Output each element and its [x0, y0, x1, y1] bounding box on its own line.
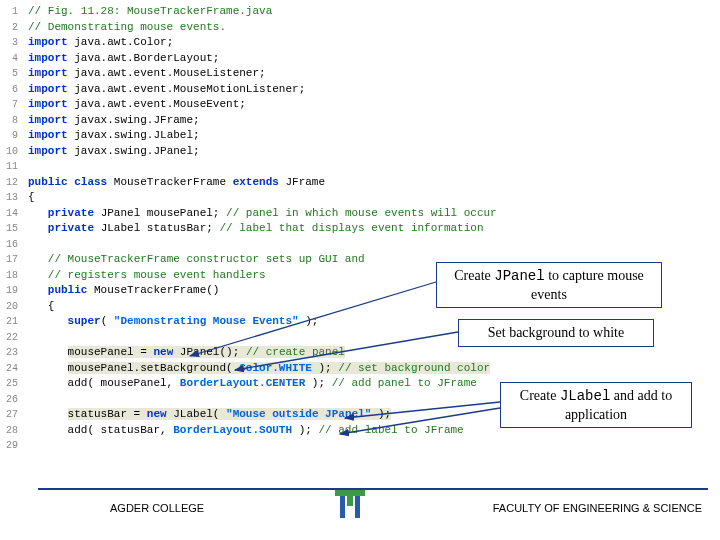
line-number: 2	[0, 20, 28, 36]
line-number: 6	[0, 82, 28, 98]
footer-left-text: AGDER COLLEGE	[110, 502, 204, 514]
line-number: 14	[0, 206, 28, 222]
footer: AGDER COLLEGE FACULTY OF ENGINEERING & S…	[0, 488, 720, 528]
code-content: import java.awt.BorderLayout;	[28, 51, 219, 67]
line-number: 11	[0, 159, 28, 175]
svg-rect-6	[355, 496, 360, 518]
code-line: 23 mousePanel = new JPanel(); // create …	[0, 345, 720, 361]
code-content: import javax.swing.JFrame;	[28, 113, 200, 129]
code-line: 11	[0, 159, 720, 175]
line-number: 13	[0, 190, 28, 206]
line-number: 27	[0, 407, 28, 423]
callout-white: Set background to white	[458, 319, 654, 347]
code-content: private JLabel statusBar; // label that …	[28, 221, 484, 237]
code-line: 9import javax.swing.JLabel;	[0, 128, 720, 144]
code-content: import javax.swing.JPanel;	[28, 144, 200, 160]
line-number: 3	[0, 35, 28, 51]
code-content: import java.awt.event.MouseEvent;	[28, 97, 246, 113]
code-line: 29	[0, 438, 720, 454]
line-number: 1	[0, 4, 28, 20]
footer-divider	[38, 488, 708, 490]
code-line: 6import java.awt.event.MouseMotionListen…	[0, 82, 720, 98]
line-number: 29	[0, 438, 28, 454]
footer-right-text: FACULTY OF ENGINEERING & SCIENCE	[493, 502, 702, 514]
line-number: 19	[0, 283, 28, 299]
code-content: add( mousePanel, BorderLayout.CENTER ); …	[28, 376, 477, 392]
line-number: 12	[0, 175, 28, 191]
svg-rect-4	[335, 490, 365, 496]
svg-rect-7	[347, 496, 353, 506]
code-content: {	[28, 190, 35, 206]
line-number: 8	[0, 113, 28, 129]
logo-icon	[330, 484, 370, 524]
code-line: 10import javax.swing.JPanel;	[0, 144, 720, 160]
code-line: 3import java.awt.Color;	[0, 35, 720, 51]
code-line: 14 private JPanel mousePanel; // panel i…	[0, 206, 720, 222]
callout-jlabel: Create JLabel and add to application	[500, 382, 692, 428]
code-line: 1// Fig. 11.28: MouseTrackerFrame.java	[0, 4, 720, 20]
code-content: // Demonstrating mouse events.	[28, 20, 226, 36]
line-number: 15	[0, 221, 28, 237]
code-content: // MouseTrackerFrame constructor sets up…	[28, 252, 365, 268]
line-number: 18	[0, 268, 28, 284]
line-number: 21	[0, 314, 28, 330]
code-content: add( statusBar, BorderLayout.SOUTH ); //…	[28, 423, 464, 439]
code-content: public MouseTrackerFrame()	[28, 283, 219, 299]
line-number: 24	[0, 361, 28, 377]
line-number: 20	[0, 299, 28, 315]
line-number: 9	[0, 128, 28, 144]
svg-rect-5	[340, 496, 345, 518]
callout-jpanel: Create JPanel to capture mouse events	[436, 262, 662, 308]
line-number: 17	[0, 252, 28, 268]
code-content: private JPanel mousePanel; // panel in w…	[28, 206, 497, 222]
code-content: {	[28, 299, 54, 315]
code-content: super( "Demonstrating Mouse Events" );	[28, 314, 318, 330]
code-content: import javax.swing.JLabel;	[28, 128, 200, 144]
code-line: 12public class MouseTrackerFrame extends…	[0, 175, 720, 191]
code-content: // registers mouse event handlers	[28, 268, 266, 284]
code-line: 15 private JLabel statusBar; // label th…	[0, 221, 720, 237]
code-content: // Fig. 11.28: MouseTrackerFrame.java	[28, 4, 272, 20]
line-number: 16	[0, 237, 28, 253]
code-line: 2// Demonstrating mouse events.	[0, 20, 720, 36]
code-content: public class MouseTrackerFrame extends J…	[28, 175, 325, 191]
line-number: 25	[0, 376, 28, 392]
code-content: import java.awt.Color;	[28, 35, 173, 51]
code-content: mousePanel = new JPanel(); // create pan…	[28, 345, 345, 361]
code-line: 7import java.awt.event.MouseEvent;	[0, 97, 720, 113]
code-line: 5import java.awt.event.MouseListener;	[0, 66, 720, 82]
code-line: 8import javax.swing.JFrame;	[0, 113, 720, 129]
line-number: 23	[0, 345, 28, 361]
code-content: statusBar = new JLabel( "Mouse outside J…	[28, 407, 391, 423]
code-content: import java.awt.event.MouseMotionListene…	[28, 82, 305, 98]
code-line: 4import java.awt.BorderLayout;	[0, 51, 720, 67]
line-number: 28	[0, 423, 28, 439]
code-line: 24 mousePanel.setBackground( Color.WHITE…	[0, 361, 720, 377]
line-number: 22	[0, 330, 28, 346]
line-number: 7	[0, 97, 28, 113]
line-number: 5	[0, 66, 28, 82]
line-number: 4	[0, 51, 28, 67]
code-content: import java.awt.event.MouseListener;	[28, 66, 266, 82]
code-content: mousePanel.setBackground( Color.WHITE );…	[28, 361, 490, 377]
line-number: 10	[0, 144, 28, 160]
line-number: 26	[0, 392, 28, 408]
code-line: 16	[0, 237, 720, 253]
code-line: 13{	[0, 190, 720, 206]
